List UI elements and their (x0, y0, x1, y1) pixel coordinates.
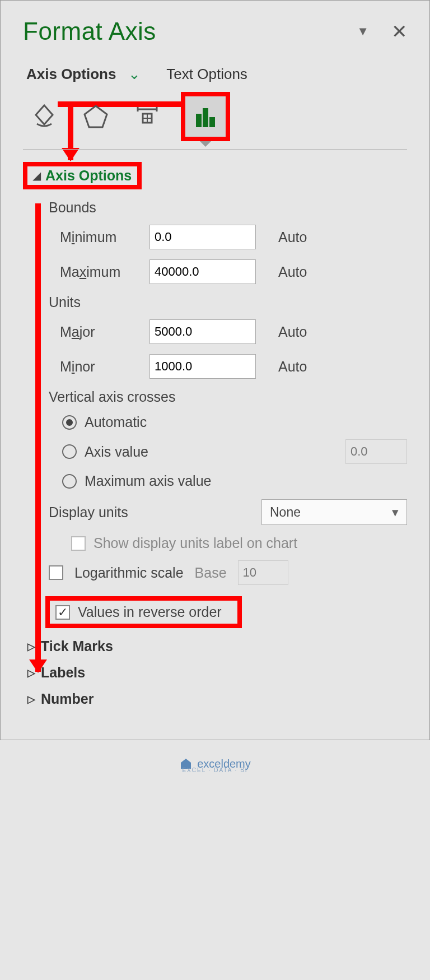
units-label: Units (49, 294, 407, 310)
pane-title: Format Axis (23, 17, 156, 45)
log-scale-label: Logarithmic scale (74, 565, 184, 581)
log-scale-checkbox[interactable] (49, 565, 63, 580)
minimum-label: Minimum (49, 229, 144, 245)
reverse-order-checkbox-row[interactable]: ✓ Values in reverse order (45, 596, 242, 628)
display-units-select[interactable]: None ▾ (261, 499, 407, 525)
radio-automatic[interactable]: Automatic (62, 414, 407, 430)
expand-triangle-icon: ▷ (27, 693, 35, 705)
watermark-sub: EXCEL · DATA · BI (0, 767, 430, 784)
size-properties-icon[interactable] (129, 99, 165, 134)
svg-marker-0 (85, 106, 107, 127)
checkbox-icon (71, 536, 86, 551)
maximum-auto[interactable]: Auto (278, 264, 307, 280)
crosses-label: Vertical axis crosses (49, 389, 407, 405)
minimum-input[interactable] (149, 225, 256, 249)
chevron-down-icon[interactable]: ⌄ (128, 66, 141, 83)
fill-line-icon[interactable] (26, 99, 62, 134)
radio-max-axis-value[interactable]: Maximum axis value (62, 473, 407, 489)
major-auto[interactable]: Auto (278, 324, 307, 340)
bounds-label: Bounds (49, 199, 407, 216)
minor-label: Minor (49, 359, 144, 375)
radio-axis-value[interactable]: Axis value (62, 439, 407, 464)
radio-icon (62, 444, 77, 459)
checkbox-icon: ✓ (55, 605, 70, 620)
maximum-input[interactable] (149, 259, 256, 284)
pane-menu-caret-icon[interactable]: ▼ (357, 24, 369, 39)
tab-text-options[interactable]: Text Options (166, 66, 247, 83)
axis-options-icon[interactable] (181, 92, 230, 141)
display-units-label: Display units (49, 504, 128, 521)
axis-options-section-header[interactable]: ◢ Axis Options (23, 162, 142, 189)
format-axis-pane: Format Axis ▼ ✕ Axis Options ⌄ Text Opti… (0, 0, 430, 740)
base-input (238, 560, 288, 585)
chevron-down-icon: ▾ (392, 505, 399, 520)
tick-marks-section[interactable]: ▷ Tick Marks (27, 638, 407, 654)
minor-auto[interactable]: Auto (278, 359, 307, 375)
collapse-triangle-icon: ◢ (33, 170, 41, 182)
tab-axis-options[interactable]: Axis Options (26, 66, 116, 83)
base-label: Base (195, 565, 227, 581)
annotation-arrow-long (35, 203, 41, 672)
expand-triangle-icon: ▷ (27, 640, 35, 653)
axis-value-input (345, 439, 407, 464)
minor-input[interactable] (149, 354, 256, 379)
svg-rect-8 (203, 108, 208, 127)
maximum-label: Maximum (49, 264, 144, 280)
radio-icon (62, 415, 77, 430)
labels-section[interactable]: ▷ Labels (27, 665, 407, 681)
number-section[interactable]: ▷ Number (27, 691, 407, 707)
radio-icon (62, 474, 77, 489)
svg-rect-7 (196, 114, 202, 127)
reverse-order-label: Values in reverse order (78, 604, 222, 620)
show-units-label-checkbox: Show display units label on chart (71, 535, 407, 551)
major-label: Major (49, 324, 144, 340)
major-input[interactable] (149, 319, 256, 344)
close-icon[interactable]: ✕ (391, 20, 407, 43)
effects-icon[interactable] (78, 99, 114, 134)
minimum-auto[interactable]: Auto (278, 229, 307, 245)
svg-rect-9 (209, 117, 215, 127)
